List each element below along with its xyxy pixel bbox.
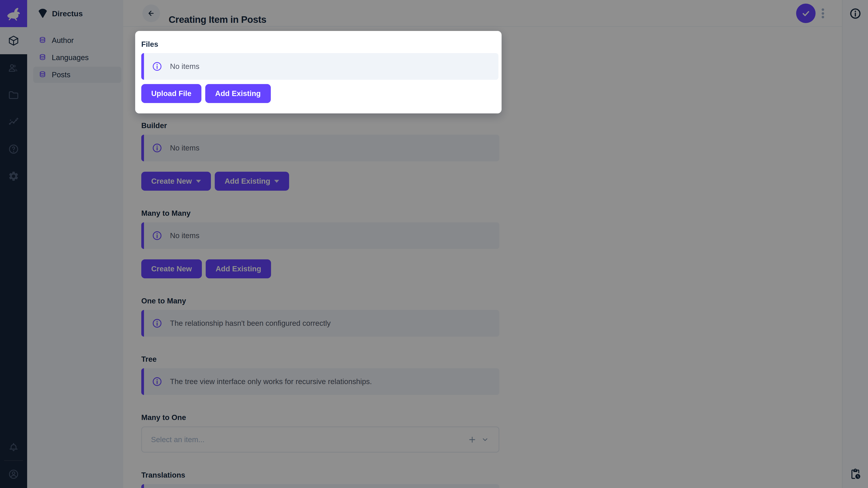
info-circle-icon bbox=[152, 61, 162, 71]
files-field-card: Files No items Upload File Add Existing bbox=[135, 31, 502, 113]
add-existing-button[interactable]: Add Existing bbox=[205, 84, 271, 103]
upload-file-button[interactable]: Upload File bbox=[141, 84, 202, 103]
files-notice: No items bbox=[141, 53, 498, 80]
field-label: Files bbox=[141, 40, 499, 49]
notice-text: No items bbox=[170, 62, 199, 71]
